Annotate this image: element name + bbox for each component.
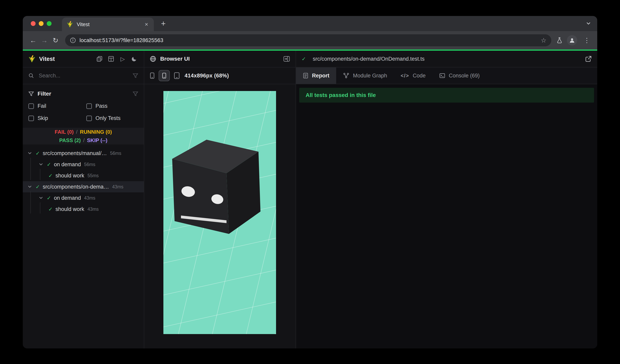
chevron-down-icon[interactable] — [39, 162, 43, 167]
tab-label: Report — [312, 73, 329, 79]
pass-check-icon: ✓ — [47, 195, 51, 201]
summary-separator: / — [83, 137, 84, 144]
all-tests-passed-banner: All tests passed in this file — [299, 88, 594, 102]
url-text[interactable]: localhost:5173/#/?file=1828625563 — [79, 37, 538, 44]
forward-button[interactable]: → — [39, 35, 50, 46]
search-row — [23, 67, 144, 84]
pass-check-icon: ✓ — [47, 161, 51, 168]
filter-checkbox-only-tests[interactable]: Only Tests — [86, 115, 138, 121]
new-tab-button[interactable]: + — [158, 19, 169, 28]
tree-duration: 43ms — [88, 206, 99, 212]
tab-code[interactable]: </> Code — [394, 67, 433, 84]
skip-count: SKIP (--) — [87, 137, 108, 144]
tree-file-row-selected[interactable]: ✓ src/components/on-dema… 43ms — [23, 181, 144, 192]
dark-mode-moon-icon[interactable] — [130, 55, 138, 63]
search-filter-icon[interactable] — [133, 73, 138, 78]
browser-ui-panel: Browser UI — [144, 51, 296, 349]
tree-suite-row[interactable]: ✓ on demand 43ms — [23, 192, 144, 204]
minimize-window-button[interactable] — [39, 21, 44, 26]
tree-test-row[interactable]: ✓ should work 43ms — [23, 204, 144, 215]
tree-group: ✓ should work 55ms — [23, 170, 144, 181]
tab-close-icon[interactable]: × — [143, 21, 150, 28]
filter-options: Fail Pass Skip Only Tests — [28, 103, 138, 121]
tab-label: Module Graph — [353, 73, 387, 79]
chevron-down-icon[interactable] — [39, 196, 43, 200]
tab-search-chevron-icon[interactable] — [586, 21, 591, 26]
tab-module-graph[interactable]: Module Graph — [336, 67, 394, 84]
flask-icon[interactable] — [556, 37, 563, 44]
toggle-side-panel-icon[interactable] — [283, 56, 290, 62]
report-header: ✓ src/components/on-demand/OnDemand.test… — [296, 51, 597, 67]
tablet-icon[interactable] — [174, 72, 180, 79]
browser-preview-iframe[interactable] — [163, 91, 276, 334]
app-title: Vitest — [39, 56, 55, 62]
pass-count: PASS (2) — [59, 137, 81, 144]
filter-checkbox-fail[interactable]: Fail — [28, 103, 86, 109]
chevron-down-icon[interactable] — [28, 151, 32, 156]
report-panel: ✓ src/components/on-demand/OnDemand.test… — [296, 51, 597, 349]
tab-title: Vitest — [77, 21, 143, 28]
run-all-icon[interactable]: ▷ — [119, 55, 127, 63]
vitest-ui: Vitest ▷ — [23, 51, 597, 349]
toolbar-right: ⋮ — [556, 35, 592, 45]
preview-area — [144, 84, 296, 349]
test-summary: FAIL (0) / RUNNING (0) PASS (2) / SKIP (… — [23, 128, 144, 145]
tree-suite-row[interactable]: ✓ on demand 56ms — [23, 159, 144, 170]
reload-button[interactable]: ↻ — [50, 35, 61, 46]
test-tree: ✓ src/components/manual/… 56ms ✓ on dema… — [23, 148, 144, 215]
filter-section: Filter Fail Pass — [23, 84, 144, 128]
robot-cube — [172, 140, 261, 234]
device-selected-box[interactable] — [159, 70, 170, 81]
tab-console[interactable]: Console (69) — [433, 67, 487, 84]
browser-window: Vitest × + ← → ↻ localhost:5173/#/?file=… — [23, 16, 597, 349]
zoom-window-button[interactable] — [47, 21, 51, 26]
address-bar[interactable]: localhost:5173/#/?file=1828625563 ☆ — [65, 34, 551, 46]
traffic-lights — [31, 21, 51, 26]
tab-label: Console (69) — [449, 73, 480, 79]
file-pass-check-icon: ✓ — [302, 56, 306, 62]
report-doc-icon — [303, 73, 309, 79]
checkbox-label: Skip — [38, 115, 48, 121]
browser-menu-icon[interactable]: ⋮ — [581, 37, 592, 44]
tree-label: src/components/on-dema… — [43, 184, 109, 190]
tree-label: src/components/manual/… — [43, 150, 107, 157]
tree-duration: 56ms — [84, 162, 95, 167]
profile-avatar[interactable] — [567, 35, 577, 45]
back-button[interactable]: ← — [28, 35, 39, 46]
viewport-size-label: 414x896px (68%) — [185, 73, 229, 79]
collapse-panels-icon[interactable] — [95, 55, 104, 63]
search-input[interactable] — [38, 72, 133, 79]
filter-checkbox-pass[interactable]: Pass — [86, 103, 138, 109]
tree-file-row[interactable]: ✓ src/components/manual/… 56ms — [23, 148, 144, 159]
filter-checkbox-skip[interactable]: Skip — [28, 115, 86, 121]
checkbox-icon[interactable] — [28, 103, 34, 109]
close-window-button[interactable] — [31, 21, 36, 26]
site-info-icon[interactable] — [70, 37, 76, 43]
code-icon: </> — [401, 73, 409, 79]
dashboard-icon[interactable] — [107, 55, 115, 63]
tab-report[interactable]: Report — [296, 67, 336, 84]
tree-test-row[interactable]: ✓ should work 55ms — [23, 170, 144, 181]
pass-check-icon: ✓ — [36, 150, 40, 157]
browser-tab[interactable]: Vitest × — [62, 17, 154, 31]
tree-group: ✓ on demand 43ms ✓ should work 43ms — [23, 192, 144, 215]
checkbox-label: Only Tests — [95, 115, 121, 121]
tree-duration: 43ms — [84, 195, 95, 201]
phone-small-icon[interactable] — [150, 72, 155, 79]
globe-icon — [150, 56, 156, 62]
checkbox-icon[interactable] — [86, 116, 92, 121]
device-toolbar: 414x896px (68%) — [144, 67, 296, 84]
open-external-icon[interactable] — [585, 56, 592, 62]
clear-filter-icon[interactable] — [133, 91, 138, 97]
checkbox-icon[interactable] — [86, 103, 92, 109]
panel-title: Browser UI — [160, 56, 190, 62]
browser-toolbar: ← → ↻ localhost:5173/#/?file=1828625563 … — [23, 31, 597, 49]
sidebar-header-actions: ▷ — [95, 55, 138, 63]
test-file-path: src/components/on-demand/OnDemand.test.t… — [313, 56, 425, 62]
tree-label: on demand — [54, 195, 81, 201]
chevron-down-icon[interactable] — [28, 185, 32, 189]
tree-duration: 43ms — [112, 184, 123, 189]
summary-line-1: FAIL (0) / RUNNING (0) — [23, 128, 144, 136]
bookmark-star-icon[interactable]: ☆ — [541, 37, 546, 44]
checkbox-icon[interactable] — [28, 116, 34, 121]
